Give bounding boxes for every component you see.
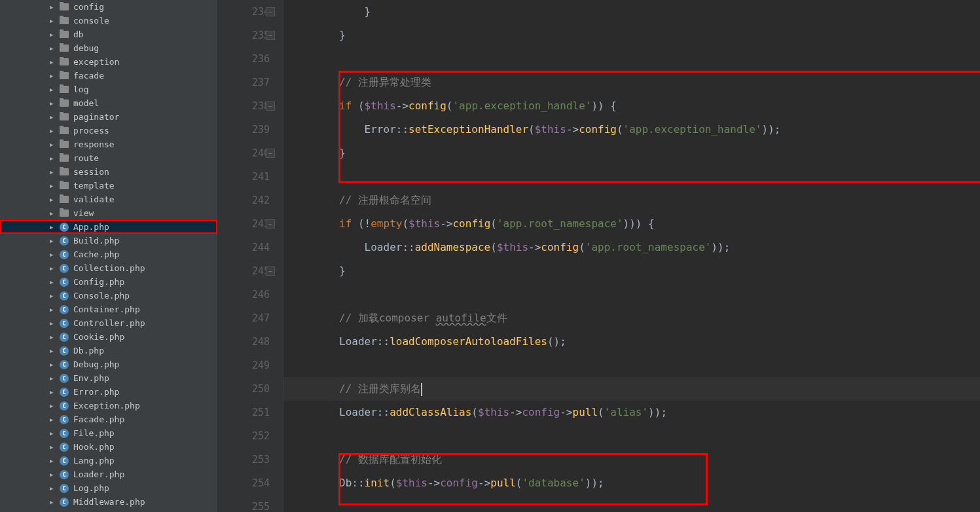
expand-arrow-icon[interactable]: ▶ [50,86,56,93]
tree-file-Cache-php[interactable]: ▶CCache.php [0,247,217,261]
tree-file-Facade-php[interactable]: ▶CFacade.php [0,412,217,426]
tree-folder-log[interactable]: ▶log [0,82,217,96]
tree-folder-db[interactable]: ▶db [0,27,217,41]
tree-folder-facade[interactable]: ▶facade [0,69,217,82]
fold-toggle-icon[interactable]: − [266,101,275,111]
expand-arrow-icon[interactable]: ▶ [50,279,56,285]
expand-arrow-icon[interactable]: ▶ [50,100,56,107]
expand-arrow-icon[interactable]: ▶ [50,361,56,368]
code-line[interactable] [283,354,980,377]
code-line[interactable] [283,47,980,71]
expand-arrow-icon[interactable]: ▶ [50,444,56,450]
tree-file-Debug-php[interactable]: ▶CDebug.php [0,357,217,371]
code-line[interactable] [283,495,980,512]
code-line[interactable]: Db::init($this->config->pull('database')… [283,471,980,495]
tree-file-Error-php[interactable]: ▶CError.php [0,385,217,399]
fold-toggle-icon[interactable]: − [266,31,275,40]
tree-folder-model[interactable]: ▶model [0,96,217,110]
tree-folder-process[interactable]: ▶process [0,124,217,137]
expand-arrow-icon[interactable]: ▶ [50,59,56,65]
expand-arrow-icon[interactable]: ▶ [50,196,56,203]
tree-file-Middleware-php[interactable]: ▶CMiddleware.php [0,495,217,509]
code-editor[interactable]: 234−235−236237238−239240−241242243−24424… [218,0,980,512]
tree-file-Container-php[interactable]: ▶CContainer.php [0,302,217,316]
project-tree[interactable]: ▶config▶console▶db▶debug▶exception▶facad… [0,0,218,512]
expand-arrow-icon[interactable]: ▶ [50,169,56,175]
tree-file-Build-php[interactable]: ▶CBuild.php [0,234,217,247]
expand-arrow-icon[interactable]: ▶ [50,430,56,437]
expand-arrow-icon[interactable]: ▶ [50,31,56,38]
code-line[interactable]: } [283,24,980,47]
expand-arrow-icon[interactable]: ▶ [50,4,56,10]
expand-arrow-icon[interactable]: ▶ [50,293,56,299]
code-line[interactable]: Error::setExceptionHandler($this->config… [283,118,980,141]
tree-file-Config-php[interactable]: ▶CConfig.php [0,275,217,289]
expand-arrow-icon[interactable]: ▶ [50,45,56,52]
expand-arrow-icon[interactable]: ▶ [50,141,56,148]
fold-toggle-icon[interactable]: − [266,266,275,276]
tree-file-File-php[interactable]: ▶CFile.php [0,426,217,440]
tree-file-Env-php[interactable]: ▶CEnv.php [0,371,217,385]
tree-folder-config[interactable]: ▶config [0,0,217,14]
code-line[interactable]: Loader::addClassAlias($this->config->pul… [283,401,980,424]
expand-arrow-icon[interactable]: ▶ [50,306,56,313]
code-line[interactable]: // 注册根命名空间 [283,189,980,212]
tree-file-Controller-php[interactable]: ▶CController.php [0,316,217,330]
code-line[interactable]: } [283,141,980,165]
expand-arrow-icon[interactable]: ▶ [50,114,56,120]
code-line[interactable] [283,424,980,448]
tree-file-Cookie-php[interactable]: ▶CCookie.php [0,330,217,344]
tree-file-Collection-php[interactable]: ▶CCollection.php [0,261,217,275]
expand-arrow-icon[interactable]: ▶ [50,73,56,79]
expand-arrow-icon[interactable]: ▶ [50,265,56,272]
expand-arrow-icon[interactable]: ▶ [50,155,56,162]
tree-folder-debug[interactable]: ▶debug [0,41,217,55]
expand-arrow-icon[interactable]: ▶ [50,334,56,340]
tree-folder-paginator[interactable]: ▶paginator [0,110,217,124]
tree-folder-route[interactable]: ▶route [0,151,217,165]
expand-arrow-icon[interactable]: ▶ [50,251,56,258]
code-line[interactable]: } [283,0,980,24]
code-line[interactable]: Loader::addNamespace($this->config('app.… [283,236,980,259]
fold-toggle-icon[interactable]: − [266,149,275,158]
expand-arrow-icon[interactable]: ▶ [50,416,56,423]
code-line[interactable]: Loader::loadComposerAutoloadFiles(); [283,330,980,354]
expand-arrow-icon[interactable]: ▶ [50,210,56,217]
tree-file-Log-php[interactable]: ▶CLog.php [0,481,217,495]
tree-file-Console-php[interactable]: ▶CConsole.php [0,289,217,302]
expand-arrow-icon[interactable]: ▶ [50,485,56,492]
tree-folder-session[interactable]: ▶session [0,165,217,179]
tree-folder-view[interactable]: ▶view [0,206,217,220]
code-line[interactable] [283,283,980,306]
expand-arrow-icon[interactable]: ▶ [50,499,56,505]
tree-file-Loader-php[interactable]: ▶CLoader.php [0,467,217,481]
expand-arrow-icon[interactable]: ▶ [50,389,56,395]
code-line[interactable]: // 加载composer autofile文件 [283,306,980,330]
expand-arrow-icon[interactable]: ▶ [50,18,56,24]
tree-file-Exception-php[interactable]: ▶CException.php [0,399,217,412]
tree-folder-exception[interactable]: ▶exception [0,55,217,69]
code-line[interactable]: if (!empty($this->config('app.root_names… [283,212,980,236]
tree-folder-console[interactable]: ▶console [0,14,217,27]
code-line[interactable]: // 数据库配置初始化 [283,448,980,471]
tree-file-Lang-php[interactable]: ▶CLang.php [0,454,217,467]
tree-file-Hook-php[interactable]: ▶CHook.php [0,440,217,454]
tree-file-Db-php[interactable]: ▶CDb.php [0,344,217,357]
code-line[interactable]: // 注册异常处理类 [283,71,980,94]
code-line[interactable]: } [283,259,980,283]
tree-folder-response[interactable]: ▶response [0,137,217,151]
expand-arrow-icon[interactable]: ▶ [50,238,56,244]
expand-arrow-icon[interactable]: ▶ [50,471,56,478]
expand-arrow-icon[interactable]: ▶ [50,348,56,354]
code-area[interactable]: } } // 注册异常处理类 if ($this->config('app.ex… [283,0,980,512]
expand-arrow-icon[interactable]: ▶ [50,403,56,409]
fold-toggle-icon[interactable]: − [266,219,275,229]
expand-arrow-icon[interactable]: ▶ [50,183,56,189]
expand-arrow-icon[interactable]: ▶ [50,224,56,230]
expand-arrow-icon[interactable]: ▶ [50,320,56,327]
expand-arrow-icon[interactable]: ▶ [50,458,56,464]
code-line[interactable]: // 注册类库别名 [283,377,980,401]
expand-arrow-icon[interactable]: ▶ [50,128,56,134]
tree-folder-template[interactable]: ▶template [0,179,217,192]
tree-file-App-php[interactable]: ▶CApp.php [0,220,217,234]
